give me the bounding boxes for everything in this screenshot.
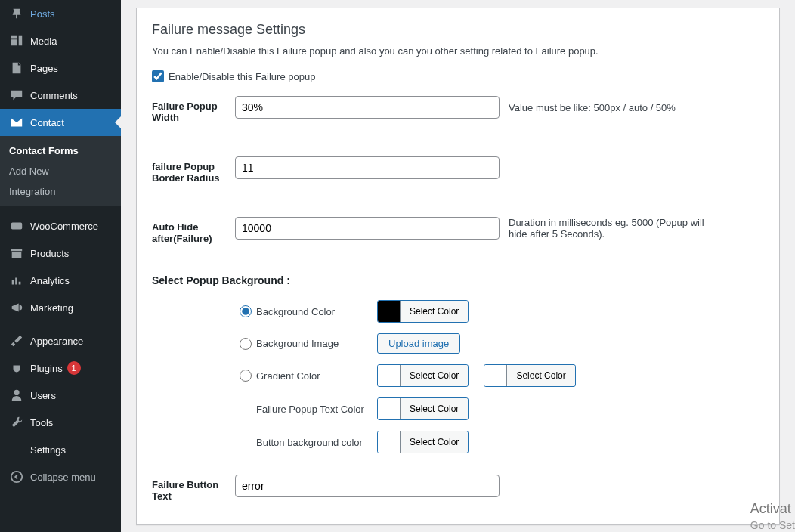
radio-bg-color-label: Background Color xyxy=(256,306,377,317)
sliders-icon xyxy=(9,442,24,457)
autohide-hint: Duration in milliseconds eg. 5000 (Popup… xyxy=(509,217,705,240)
user-icon xyxy=(9,388,24,403)
width-hint: Value must be like: 500px / auto / 50% xyxy=(509,102,676,113)
sidebar-item-media[interactable]: Media xyxy=(0,27,121,54)
radius-label: failure Popup Border Radius xyxy=(152,156,235,184)
sidebar-item-analytics[interactable]: Analytics xyxy=(0,267,121,294)
text-color-label: Failure Popup Text Color xyxy=(256,404,377,415)
button-bg-swatch[interactable] xyxy=(378,431,401,453)
sidebar-label: Contact xyxy=(30,117,64,128)
sidebar-item-contact[interactable]: Contact xyxy=(0,109,121,136)
sidebar-item-posts[interactable]: Posts xyxy=(0,0,121,27)
contact-submenu: Contact Forms Add New Integration xyxy=(0,136,121,206)
button-text-label: Failure Button Text xyxy=(152,475,235,502)
comment-icon xyxy=(9,88,24,103)
gradient-swatch-1[interactable] xyxy=(378,365,401,386)
sidebar-label: Media xyxy=(30,36,57,47)
sidebar-item-appearance[interactable]: Appearance xyxy=(0,327,121,354)
settings-panel: Failure message Settings You can Enable/… xyxy=(136,8,780,525)
collapse-icon xyxy=(9,469,24,484)
sidebar-item-products[interactable]: Products xyxy=(0,240,121,267)
radius-input[interactable] xyxy=(235,156,500,179)
page-icon xyxy=(9,60,24,76)
products-icon xyxy=(9,246,24,261)
upload-image-button[interactable]: Upload image xyxy=(377,333,460,354)
width-label: Failure Popup Width xyxy=(152,96,235,123)
enable-checkbox-label: Enable/Disable this Failure popup xyxy=(169,71,315,82)
autohide-input[interactable] xyxy=(235,217,500,240)
autohide-label: Auto Hide after(Failure) xyxy=(152,217,235,244)
submenu-add-new[interactable]: Add New xyxy=(0,161,121,181)
windows-activation-watermark: Activat Go to Set xyxy=(750,500,795,532)
enable-checkbox[interactable] xyxy=(152,70,164,82)
plug-icon xyxy=(9,360,24,376)
sidebar-label: Products xyxy=(30,248,69,259)
sidebar-label: Pages xyxy=(30,63,58,74)
svg-point-2 xyxy=(11,472,22,482)
svg-point-1 xyxy=(14,390,19,395)
width-input[interactable] xyxy=(235,96,500,119)
gradient-select-1[interactable]: Select Color xyxy=(401,365,468,386)
button-bg-select[interactable]: Select Color xyxy=(401,431,468,453)
button-bg-label: Button background color xyxy=(256,437,377,448)
sidebar-label: Users xyxy=(30,390,56,401)
chart-icon xyxy=(9,273,24,288)
radio-gradient-label: Gradient Color xyxy=(256,370,377,382)
sidebar-label: Posts xyxy=(30,8,55,20)
plugins-update-badge: 1 xyxy=(67,361,81,375)
media-icon xyxy=(9,33,24,48)
radio-bg-image-label: Background Image xyxy=(256,338,377,349)
sidebar-label: Appearance xyxy=(30,336,83,347)
sidebar-item-pages[interactable]: Pages xyxy=(0,54,121,82)
sidebar-label: Tools xyxy=(30,417,53,428)
text-color-select[interactable]: Select Color xyxy=(401,398,468,419)
text-color-swatch[interactable] xyxy=(378,398,401,419)
sidebar-item-tools[interactable]: Tools xyxy=(0,409,121,436)
section-description: You can Enable/Disable this Failure popu… xyxy=(152,45,764,57)
main-content: Failure message Settings You can Enable/… xyxy=(136,0,780,525)
sidebar-item-marketing[interactable]: Marketing xyxy=(0,294,121,321)
bg-section-label: Select Popup Background : xyxy=(152,274,290,286)
megaphone-icon xyxy=(9,300,24,315)
sidebar-item-plugins[interactable]: Plugins 1 xyxy=(0,354,121,382)
svg-rect-0 xyxy=(11,223,22,230)
submenu-integration[interactable]: Integration xyxy=(0,181,121,202)
collapse-menu[interactable]: Collapse menu xyxy=(0,463,121,490)
brush-icon xyxy=(9,333,24,348)
sidebar-item-users[interactable]: Users xyxy=(0,382,121,409)
pin-icon xyxy=(9,6,24,21)
radio-gradient[interactable] xyxy=(240,370,252,382)
sidebar-label: Marketing xyxy=(30,302,73,314)
sidebar-label: Analytics xyxy=(30,275,70,286)
radio-bg-color[interactable] xyxy=(240,305,252,317)
bg-color-swatch[interactable] xyxy=(378,301,401,322)
button-text-input[interactable] xyxy=(235,475,500,497)
sidebar-item-woocommerce[interactable]: WooCommerce xyxy=(0,212,121,240)
sidebar-item-settings[interactable]: Settings xyxy=(0,436,121,463)
woo-icon xyxy=(9,218,24,234)
bg-color-select-button[interactable]: Select Color xyxy=(401,301,468,322)
sidebar-item-comments[interactable]: Comments xyxy=(0,82,121,109)
collapse-label: Collapse menu xyxy=(30,472,96,483)
submenu-contact-forms[interactable]: Contact Forms xyxy=(0,141,121,161)
section-title: Failure message Settings xyxy=(152,22,764,38)
sidebar-label: Settings xyxy=(30,444,66,456)
gradient-swatch-2[interactable] xyxy=(484,365,507,386)
gradient-select-2[interactable]: Select Color xyxy=(507,365,574,386)
sidebar-label: Plugins xyxy=(30,363,63,374)
mail-icon xyxy=(9,115,24,130)
sidebar-label: WooCommerce xyxy=(30,221,98,232)
admin-sidebar: Posts Media Pages Comments Contact Conta… xyxy=(0,0,121,532)
sidebar-label: Comments xyxy=(30,90,78,101)
radio-bg-image[interactable] xyxy=(240,338,252,350)
wrench-icon xyxy=(9,415,24,430)
